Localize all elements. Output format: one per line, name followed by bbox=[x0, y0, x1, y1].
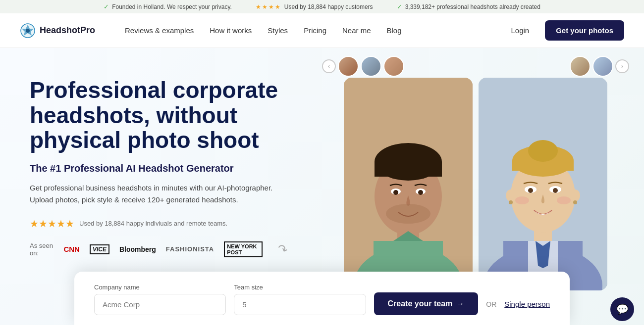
team-field-group: Team size bbox=[234, 284, 366, 315]
press-vice: VICE bbox=[90, 244, 109, 254]
prev-arrow[interactable]: ‹ bbox=[322, 59, 336, 73]
press-cnn: CNN bbox=[63, 245, 80, 253]
svg-point-11 bbox=[393, 190, 398, 195]
press-fashionista: FASHIONISTA bbox=[166, 245, 214, 253]
nav-how-it-works[interactable]: How it works bbox=[210, 26, 252, 35]
svg-point-1 bbox=[26, 29, 30, 33]
nav-reviews[interactable]: Reviews & examples bbox=[125, 26, 194, 35]
svg-point-31 bbox=[515, 196, 529, 204]
banner-item-1: ✓ Founded in Holland. We respect your pr… bbox=[104, 3, 232, 10]
create-team-label: Create your team bbox=[388, 299, 453, 308]
company-label: Company name bbox=[94, 284, 226, 291]
top-banner: ✓ Founded in Holland. We respect your pr… bbox=[0, 0, 644, 13]
login-button[interactable]: Login bbox=[503, 22, 537, 39]
svg-point-12 bbox=[418, 190, 423, 195]
banner-text-3: 3,339,182+ professional headshots alread… bbox=[405, 3, 540, 10]
get-photos-button[interactable]: Get your photos bbox=[545, 20, 624, 41]
check-icon-1: ✓ bbox=[104, 3, 109, 10]
svg-point-25 bbox=[509, 200, 513, 204]
hero-title: Professional corporate headshots, withou… bbox=[30, 78, 287, 153]
logo-icon bbox=[20, 23, 36, 39]
banner-text-1: Founded in Holland. We respect your priv… bbox=[112, 3, 232, 10]
rating-row: ★★★★★ Used by 18,884 happy indiviuals an… bbox=[30, 218, 287, 230]
nav-pricing[interactable]: Pricing bbox=[304, 26, 326, 35]
nav-styles[interactable]: Styles bbox=[268, 26, 288, 35]
press-row: As seen on: CNN VICE Bloomberg FASHIONIS… bbox=[30, 241, 287, 257]
team-size-input[interactable] bbox=[234, 294, 366, 315]
left-thumb-strip: ‹ bbox=[322, 56, 404, 77]
svg-point-26 bbox=[573, 200, 577, 204]
svg-point-32 bbox=[557, 196, 571, 204]
thumb-female-1 bbox=[570, 56, 590, 77]
hero-section: Professional corporate headshots, withou… bbox=[0, 48, 644, 325]
arrow-down-icon: ↷ bbox=[275, 241, 289, 257]
male-portrait-svg bbox=[344, 78, 473, 290]
hero-description: Get professional business headshots in m… bbox=[30, 182, 277, 206]
main-nav: Reviews & examples How it works Styles P… bbox=[125, 26, 402, 35]
logo-text: HeadshotPro bbox=[40, 25, 95, 36]
svg-rect-21 bbox=[512, 161, 574, 171]
thumb-female-2 bbox=[592, 56, 613, 77]
headshot-male bbox=[344, 78, 473, 290]
next-arrow[interactable]: › bbox=[615, 59, 629, 73]
female-portrait-svg bbox=[479, 78, 607, 290]
stars-icon: ★★★★ bbox=[256, 3, 281, 10]
form-bar: Company name Team size Create your team … bbox=[74, 272, 570, 325]
header-actions: Login Get your photos bbox=[503, 20, 624, 41]
right-thumb-strip: › bbox=[570, 56, 629, 77]
chat-bubble[interactable]: 💬 bbox=[610, 297, 634, 321]
single-person-link[interactable]: Single person bbox=[504, 300, 550, 315]
svg-point-30 bbox=[553, 188, 558, 193]
headshot-female bbox=[479, 78, 607, 290]
press-bloomberg: Bloomberg bbox=[119, 245, 156, 253]
thumb-male-2 bbox=[361, 56, 381, 77]
press-label: As seen on: bbox=[30, 242, 54, 257]
svg-point-29 bbox=[528, 188, 533, 193]
banner-text-2: Used by 18,884 happy customers bbox=[284, 3, 373, 10]
hero-stars: ★★★★★ bbox=[30, 218, 74, 230]
svg-point-13 bbox=[386, 204, 430, 224]
hero-subtitle: The #1 Professional AI Headshot Generato… bbox=[30, 163, 287, 174]
svg-point-22 bbox=[528, 140, 558, 162]
svg-point-24 bbox=[570, 189, 580, 201]
header: HeadshotPro Reviews & examples How it wo… bbox=[0, 13, 644, 48]
svg-point-23 bbox=[506, 189, 516, 201]
rating-text: Used by 18,884 happy indiviuals and remo… bbox=[79, 220, 227, 227]
thumb-male-1 bbox=[338, 56, 359, 77]
banner-item-2: ★★★★ Used by 18,884 happy customers bbox=[256, 3, 373, 10]
chat-icon: 💬 bbox=[616, 303, 629, 315]
headshot-pair bbox=[344, 78, 607, 290]
company-field-group: Company name bbox=[94, 284, 226, 315]
nav-blog[interactable]: Blog bbox=[387, 26, 402, 35]
arrow-right-icon: → bbox=[456, 299, 464, 308]
svg-rect-8 bbox=[375, 162, 442, 177]
press-nypost: NEW YORK POST bbox=[224, 241, 263, 257]
thumb-male-3 bbox=[383, 56, 404, 77]
team-label: Team size bbox=[234, 284, 366, 291]
banner-item-3: ✓ 3,339,182+ professional headshots alre… bbox=[397, 3, 540, 10]
check-icon-2: ✓ bbox=[397, 3, 402, 10]
company-input[interactable] bbox=[94, 294, 226, 315]
logo[interactable]: HeadshotPro bbox=[20, 23, 95, 39]
nav-near-me[interactable]: Near me bbox=[342, 26, 371, 35]
or-divider: OR bbox=[486, 300, 496, 315]
create-team-button[interactable]: Create your team → bbox=[374, 292, 479, 315]
